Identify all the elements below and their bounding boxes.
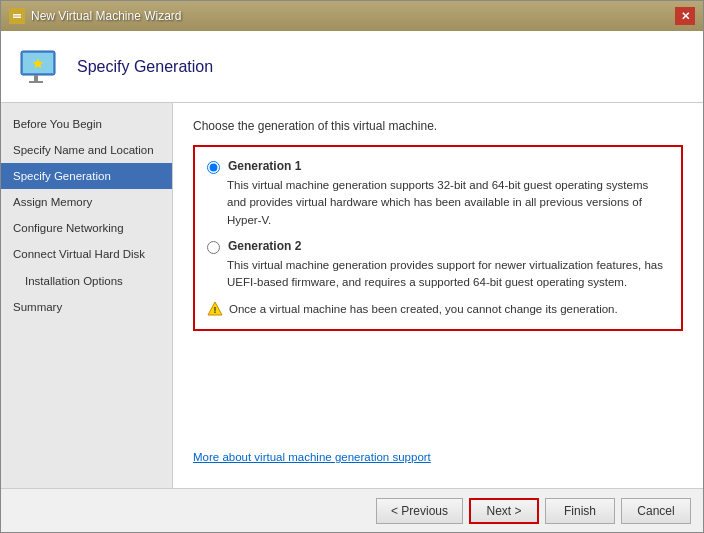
close-button[interactable]: ✕ [675,7,695,25]
more-info-link[interactable]: More about virtual machine generation su… [193,451,431,463]
main-content: Choose the generation of this virtual ma… [173,103,703,488]
svg-rect-1 [13,14,21,16]
spacer [193,343,683,450]
sidebar-item-specify-generation[interactable]: Specify Generation [1,163,172,189]
svg-rect-6 [29,81,43,83]
header-icon [17,43,65,91]
header-section: Specify Generation [1,31,703,103]
finish-button[interactable]: Finish [545,498,615,524]
warning-text: Once a virtual machine has been created,… [229,301,618,317]
sidebar-item-assign-memory[interactable]: Assign Memory [1,189,172,215]
next-button[interactable]: Next > [469,498,539,524]
sidebar-item-summary[interactable]: Summary [1,294,172,320]
generation1-label[interactable]: Generation 1 [207,159,669,174]
generation2-desc: This virtual machine generation provides… [207,257,669,292]
generation2-label[interactable]: Generation 2 [207,239,669,254]
instruction-text: Choose the generation of this virtual ma… [193,119,683,133]
previous-button[interactable]: < Previous [376,498,463,524]
options-box: Generation 1 This virtual machine genera… [193,145,683,331]
generation1-desc: This virtual machine generation supports… [207,177,669,229]
generation1-radio[interactable] [207,161,220,174]
link-area: More about virtual machine generation su… [193,450,683,464]
generation2-option: Generation 2 This virtual machine genera… [207,239,669,292]
content-area: Before You Begin Specify Name and Locati… [1,103,703,488]
svg-rect-5 [34,75,38,81]
sidebar-item-specify-name[interactable]: Specify Name and Location [1,137,172,163]
sidebar-item-configure-networking[interactable]: Configure Networking [1,215,172,241]
sidebar-item-installation-options[interactable]: Installation Options [1,268,172,294]
generation2-title: Generation 2 [228,239,301,253]
svg-rect-2 [13,17,21,19]
generation2-radio[interactable] [207,241,220,254]
sidebar-item-connect-vhd[interactable]: Connect Virtual Hard Disk [1,241,172,267]
page-title: Specify Generation [77,58,213,76]
sidebar-item-before-you-begin[interactable]: Before You Begin [1,111,172,137]
cancel-button[interactable]: Cancel [621,498,691,524]
generation2-content: Generation 2 [228,239,301,253]
sidebar: Before You Begin Specify Name and Locati… [1,103,173,488]
svg-rect-0 [11,10,23,22]
warning-row: ! Once a virtual machine has been create… [207,301,669,317]
window-icon [9,8,25,24]
title-bar-left: New Virtual Machine Wizard [9,8,182,24]
warning-icon: ! [207,301,223,317]
title-bar: New Virtual Machine Wizard ✕ [1,1,703,31]
footer: < Previous Next > Finish Cancel [1,488,703,532]
generation1-option: Generation 1 This virtual machine genera… [207,159,669,229]
generation1-title: Generation 1 [228,159,301,173]
window-title: New Virtual Machine Wizard [31,9,182,23]
main-window: New Virtual Machine Wizard ✕ Specify Gen… [0,0,704,533]
svg-text:!: ! [214,305,217,315]
generation1-content: Generation 1 [228,159,301,173]
